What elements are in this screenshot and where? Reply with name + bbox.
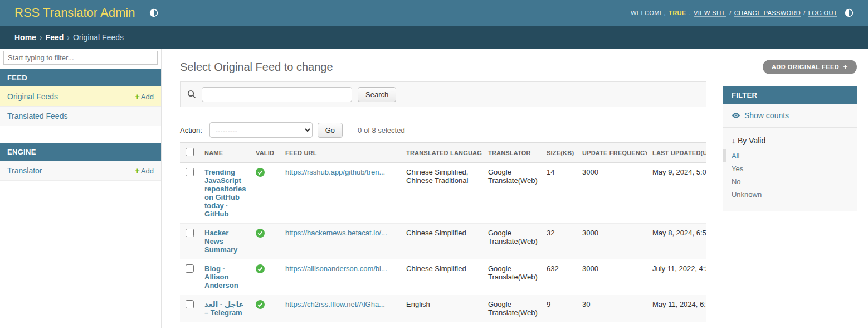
filter-option-yes[interactable]: Yes xyxy=(723,162,857,175)
column-header-update-frequency[interactable]: UPDATE FREQUENCY xyxy=(577,143,647,163)
link-separator: / xyxy=(803,9,805,16)
translated-language-cell: Chinese Simplified xyxy=(401,224,482,259)
feeds-table: NAME VALID FEED URL TRANSLATED LANGUAGE … xyxy=(180,142,706,322)
go-button[interactable]: Go xyxy=(318,123,343,138)
column-header-name[interactable]: NAME xyxy=(199,143,250,163)
breadcrumb-feed[interactable]: Feed xyxy=(46,33,64,42)
translator-link[interactable]: Translator xyxy=(7,166,42,175)
search-button[interactable]: Search xyxy=(358,87,396,102)
row-checkbox[interactable] xyxy=(186,229,194,237)
logout-link[interactable]: LOG OUT xyxy=(808,9,837,17)
filter-option-all[interactable]: All xyxy=(723,149,857,162)
column-header-valid[interactable]: VALID xyxy=(250,143,280,163)
feed-url-link[interactable]: https://hackernews.betacat.io/... xyxy=(285,229,387,237)
column-header-translated-language[interactable]: TRANSLATED LANGUAGE xyxy=(401,143,482,163)
last-updated-cell: May 11, 2024, 6:27 xyxy=(647,295,706,322)
translated-language-cell: Chinese Simplified xyxy=(401,259,482,295)
theme-toggle-icon[interactable] xyxy=(149,8,158,17)
feed-url-link[interactable]: https://rsshub.app/github/tren... xyxy=(285,168,385,176)
size-cell: 9 xyxy=(541,295,577,322)
action-label: Action: xyxy=(180,126,202,134)
last-updated-cell: July 11, 2022, 4:25 p xyxy=(647,259,706,295)
translator-cell: Google Translate(Web) xyxy=(482,163,541,224)
valid-yes-icon xyxy=(256,168,274,177)
filter-option-no[interactable]: No xyxy=(723,175,857,188)
breadcrumb-separator: › xyxy=(67,33,70,42)
sidebar-item-translated-feeds[interactable]: Translated Feeds xyxy=(0,107,161,126)
search-input[interactable] xyxy=(202,87,352,102)
table-header-row: NAME VALID FEED URL TRANSLATED LANGUAGE … xyxy=(180,143,706,163)
eye-icon xyxy=(732,112,740,119)
breadcrumb: Home › Feed › Original Feeds xyxy=(0,26,868,49)
site-title[interactable]: RSS Translator Admin xyxy=(14,6,135,20)
table-row: Trending JavaScript repositories on GitH… xyxy=(180,163,706,224)
breadcrumb-home[interactable]: Home xyxy=(14,33,36,42)
size-cell: 632 xyxy=(541,259,577,295)
welcome-suffix: . xyxy=(689,9,691,16)
view-site-link[interactable]: VIEW SITE xyxy=(694,9,726,17)
valid-yes-icon xyxy=(256,300,274,309)
nav-module-engine: ENGINE Translator +Add xyxy=(0,143,161,181)
column-header-last-updated[interactable]: LAST UPDATED(UTC) xyxy=(647,143,706,163)
feed-name-link[interactable]: Hacker News Summary xyxy=(204,229,237,254)
sort-arrow-icon: ↓ xyxy=(732,136,735,145)
select-all-checkbox[interactable] xyxy=(186,148,194,156)
feed-name-link[interactable]: Trending JavaScript repositories on GitH… xyxy=(204,168,246,218)
sidebar-item-translator[interactable]: Translator +Add xyxy=(0,161,161,181)
link-separator: / xyxy=(729,9,731,16)
translator-cell: Google Translate(Web) xyxy=(482,295,541,322)
filter-options-list: All Yes No Unknown xyxy=(723,149,857,201)
size-cell: 32 xyxy=(541,224,577,259)
page-title: Select Original Feed to change xyxy=(180,61,706,74)
size-cell: 14 xyxy=(541,163,577,224)
nav-section-title: FEED xyxy=(0,69,161,86)
row-checkbox[interactable] xyxy=(186,300,194,308)
sidebar-filter-input[interactable] xyxy=(3,51,158,65)
filter-group-by-valid[interactable]: ↓By Valid xyxy=(723,128,857,149)
search-icon xyxy=(187,90,196,99)
filter-panel-title: FILTER xyxy=(723,86,857,104)
feed-name-link[interactable]: Blog - Allison Anderson xyxy=(204,264,238,290)
valid-yes-icon xyxy=(256,264,274,273)
column-header-translator[interactable]: TRANSLATOR xyxy=(482,143,541,163)
table-row: عاجل - الغد – Telegram https://ch2rss.ff… xyxy=(180,295,706,322)
add-original-feed-link[interactable]: +Add xyxy=(135,91,154,101)
nav-section-title: ENGINE xyxy=(0,143,161,161)
column-header-feed-url[interactable]: FEED URL xyxy=(280,143,401,163)
translator-cell: Google Translate(Web) xyxy=(482,224,541,259)
content-area: Select Original Feed to change Search Ac… xyxy=(162,49,723,328)
translator-cell: Google Translate(Web) xyxy=(482,259,541,295)
last-updated-cell: May 8, 2024, 6:54 a xyxy=(647,224,706,259)
selection-counter: 0 of 8 selected xyxy=(358,126,405,134)
update-frequency-cell: 30 xyxy=(577,295,647,322)
breadcrumb-current: Original Feeds xyxy=(73,33,124,42)
show-counts-toggle[interactable]: Show counts xyxy=(723,104,857,128)
sidebar-item-original-feeds[interactable]: Original Feeds +Add xyxy=(0,86,161,107)
plus-icon: + xyxy=(135,91,140,101)
translated-language-cell: English xyxy=(401,295,482,322)
theme-toggle-icon[interactable] xyxy=(845,8,854,17)
nav-module-feed: FEED Original Feeds +Add Translated Feed… xyxy=(0,69,161,126)
add-original-feed-button[interactable]: ADD ORIGINAL FEED + xyxy=(763,60,857,74)
feed-url-link[interactable]: https://allisonanderson.com/bl... xyxy=(285,264,387,273)
feed-url-link[interactable]: https://ch2rss.fflow.net/AlGha... xyxy=(285,300,385,308)
app-header: RSS Translator Admin WELCOME, TRUE. VIEW… xyxy=(0,0,868,26)
last-updated-cell: May 9, 2024, 5:09 a xyxy=(647,163,706,224)
feed-name-link[interactable]: عاجل - الغد – Telegram xyxy=(204,300,243,317)
update-frequency-cell: 3000 xyxy=(577,259,647,295)
row-checkbox[interactable] xyxy=(186,264,194,273)
column-header-size[interactable]: SIZE(KB) xyxy=(541,143,577,163)
change-password-link[interactable]: CHANGE PASSWORD xyxy=(734,9,801,17)
valid-yes-icon xyxy=(256,229,274,238)
original-feeds-link[interactable]: Original Feeds xyxy=(7,92,58,101)
plus-icon: + xyxy=(843,64,848,70)
row-checkbox[interactable] xyxy=(186,168,194,176)
search-toolbar: Search xyxy=(180,81,706,107)
filter-panel: FILTER Show counts ↓By Valid All Yes No … xyxy=(723,86,857,211)
right-column: ADD ORIGINAL FEED + FILTER Show counts ↓… xyxy=(723,49,857,328)
translated-feeds-link[interactable]: Translated Feeds xyxy=(7,112,67,120)
translated-language-cell: Chinese Simplified, Chinese Traditional xyxy=(401,163,482,224)
filter-option-unknown[interactable]: Unknown xyxy=(723,188,857,201)
add-translator-link[interactable]: +Add xyxy=(135,166,154,175)
action-select[interactable]: --------- xyxy=(209,122,313,138)
